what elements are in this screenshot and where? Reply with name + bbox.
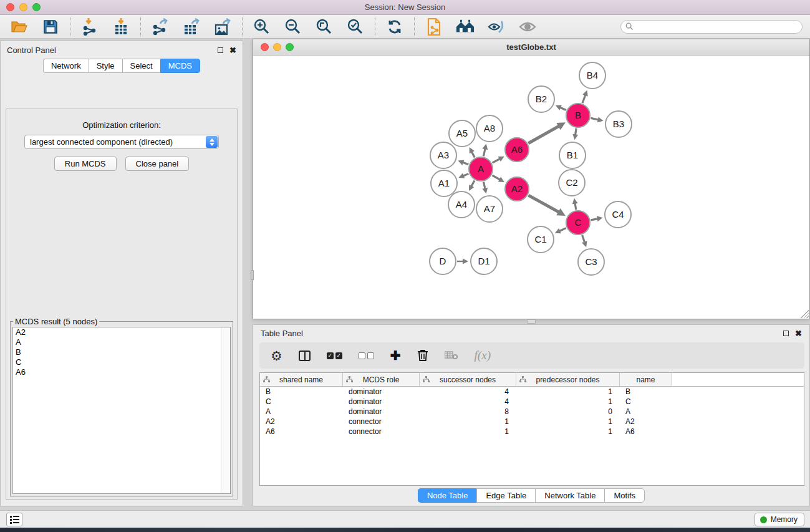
- zoom-selected-icon[interactable]: [346, 17, 365, 36]
- splitter-handle[interactable]: [527, 319, 536, 324]
- resize-grip-icon[interactable]: [801, 310, 809, 318]
- search-input[interactable]: [620, 20, 803, 34]
- tab-select[interactable]: Select: [122, 59, 160, 73]
- table-row[interactable]: Cdominator41C: [260, 397, 804, 407]
- table-row[interactable]: Bdominator41B: [260, 387, 804, 397]
- float-window-icon[interactable]: [218, 47, 223, 53]
- network-minimize-button[interactable]: [273, 43, 281, 51]
- close-window-button[interactable]: [6, 3, 14, 11]
- graph-edge-C-C1[interactable]: [559, 228, 566, 231]
- export-table-icon[interactable]: [182, 17, 201, 36]
- tab-mcds[interactable]: MCDS: [160, 59, 200, 73]
- mcds-result-item[interactable]: C: [13, 357, 230, 367]
- cell-MCDS-role[interactable]: dominator: [343, 407, 420, 417]
- cell-successor-nodes[interactable]: 1: [420, 417, 516, 427]
- graph-edge-A-A6[interactable]: [493, 159, 500, 163]
- cell-predecessor-nodes[interactable]: 1: [516, 427, 620, 437]
- network-close-button[interactable]: [261, 43, 269, 51]
- column-header-predecessor-nodes[interactable]: predecessor nodes: [516, 373, 620, 386]
- graph-edge-C-C4[interactable]: [591, 219, 598, 220]
- zoom-fit-icon[interactable]: [315, 17, 334, 36]
- tab-motifs[interactable]: Motifs: [604, 488, 645, 503]
- float-table-panel-icon[interactable]: [783, 331, 789, 336]
- mcds-result-item[interactable]: A2: [13, 327, 230, 337]
- add-column-icon[interactable]: ✚: [390, 348, 401, 363]
- settings-gear-icon[interactable]: ⚙: [271, 348, 282, 363]
- cell-successor-nodes[interactable]: 1: [420, 427, 516, 437]
- cell-predecessor-nodes[interactable]: 0: [516, 407, 620, 417]
- graph-edge-A-A7[interactable]: [483, 182, 485, 189]
- cell-name[interactable]: C: [620, 397, 672, 407]
- column-header-successor-nodes[interactable]: successor nodes: [420, 373, 516, 386]
- zoom-window-button[interactable]: [32, 3, 41, 11]
- table-row[interactable]: A2connector11A2: [260, 417, 804, 427]
- network-window-titlebar[interactable]: testGlobe.txt: [253, 39, 809, 56]
- cell-shared-name[interactable]: C: [260, 397, 343, 407]
- cell-name[interactable]: B: [620, 387, 672, 397]
- select-all-checkboxes-icon[interactable]: ✓✓: [327, 348, 342, 363]
- task-history-button[interactable]: [6, 513, 22, 526]
- minimize-window-button[interactable]: [19, 3, 27, 11]
- graph-edge-A-A1[interactable]: [463, 174, 469, 176]
- graph-edge-A-A3[interactable]: [463, 162, 468, 164]
- graph-edge-C-C2[interactable]: [575, 203, 576, 210]
- graph-edge-B-B1[interactable]: [576, 128, 576, 135]
- open-session-icon[interactable]: [10, 17, 29, 36]
- cell-name[interactable]: A: [620, 407, 672, 417]
- graph-edge-A-A2[interactable]: [492, 175, 499, 180]
- tab-style[interactable]: Style: [89, 59, 122, 73]
- mcds-result-item[interactable]: A: [13, 337, 230, 347]
- result-scrollbar[interactable]: [221, 327, 230, 493]
- tab-network[interactable]: Network: [43, 59, 89, 73]
- export-network-icon[interactable]: [151, 17, 170, 36]
- zoom-in-icon[interactable]: [253, 17, 271, 36]
- table-row[interactable]: Adominator80A: [260, 407, 804, 417]
- import-network-icon[interactable]: [80, 17, 99, 36]
- run-mcds-button[interactable]: Run MCDS: [54, 157, 117, 171]
- cell-predecessor-nodes[interactable]: 1: [516, 417, 620, 427]
- mcds-result-item[interactable]: A6: [13, 367, 230, 377]
- delete-column-icon[interactable]: [417, 348, 428, 363]
- zoom-out-icon[interactable]: [284, 17, 302, 36]
- deselect-checkboxes-icon[interactable]: [359, 348, 374, 363]
- network-canvas[interactable]: B4B2BB3A8A5A6A3B1AA1C2A2A4A7C4CC1C3DD1: [253, 56, 809, 319]
- import-table-icon[interactable]: [112, 17, 130, 36]
- refresh-icon[interactable]: [385, 17, 404, 36]
- delete-table-icon[interactable]: [445, 348, 458, 363]
- hide-details-icon[interactable]: [487, 17, 506, 36]
- graph-edge-A6-B[interactable]: [528, 126, 559, 143]
- network-from-file-icon[interactable]: [425, 17, 443, 36]
- show-preview-icon[interactable]: [518, 17, 537, 36]
- graph-edge-B-B3[interactable]: [591, 118, 599, 120]
- graph-edge-B-B2[interactable]: [560, 107, 566, 110]
- close-table-panel-icon[interactable]: ✖: [795, 329, 802, 337]
- close-panel-icon[interactable]: ✖: [229, 46, 236, 54]
- graph-edge-A-A5[interactable]: [471, 152, 475, 157]
- graph-edge-B-B4[interactable]: [582, 95, 586, 103]
- split-columns-icon[interactable]: [299, 348, 311, 363]
- cell-MCDS-role[interactable]: connector: [343, 427, 420, 437]
- column-header-shared-name[interactable]: shared name: [260, 373, 343, 386]
- graph-edge-A-A8[interactable]: [483, 148, 485, 156]
- cell-successor-nodes[interactable]: 4: [420, 397, 516, 407]
- cell-predecessor-nodes[interactable]: 1: [516, 397, 620, 407]
- close-panel-button[interactable]: Close panel: [125, 157, 190, 171]
- cell-MCDS-role[interactable]: dominator: [343, 397, 420, 407]
- save-session-icon[interactable]: [41, 17, 60, 36]
- tab-network-table[interactable]: Network Table: [535, 488, 604, 503]
- cell-successor-nodes[interactable]: 4: [420, 387, 516, 397]
- tab-edge-table[interactable]: Edge Table: [476, 488, 535, 503]
- cell-predecessor-nodes[interactable]: 1: [516, 387, 620, 397]
- home-icon[interactable]: [456, 17, 475, 36]
- cell-name[interactable]: A6: [620, 427, 672, 437]
- graph-edge-C-C3[interactable]: [582, 235, 585, 243]
- cell-name[interactable]: A2: [620, 417, 672, 427]
- cell-shared-name[interactable]: B: [260, 387, 343, 397]
- column-header-name[interactable]: name: [620, 373, 672, 386]
- table-row[interactable]: A6connector11A6: [260, 427, 804, 437]
- network-zoom-button[interactable]: [286, 43, 294, 51]
- graph-edge-A2-C[interactable]: [528, 195, 559, 212]
- cell-shared-name[interactable]: A6: [260, 427, 343, 437]
- function-builder-icon[interactable]: f(x): [475, 348, 491, 363]
- window-edge-grip[interactable]: [251, 270, 254, 280]
